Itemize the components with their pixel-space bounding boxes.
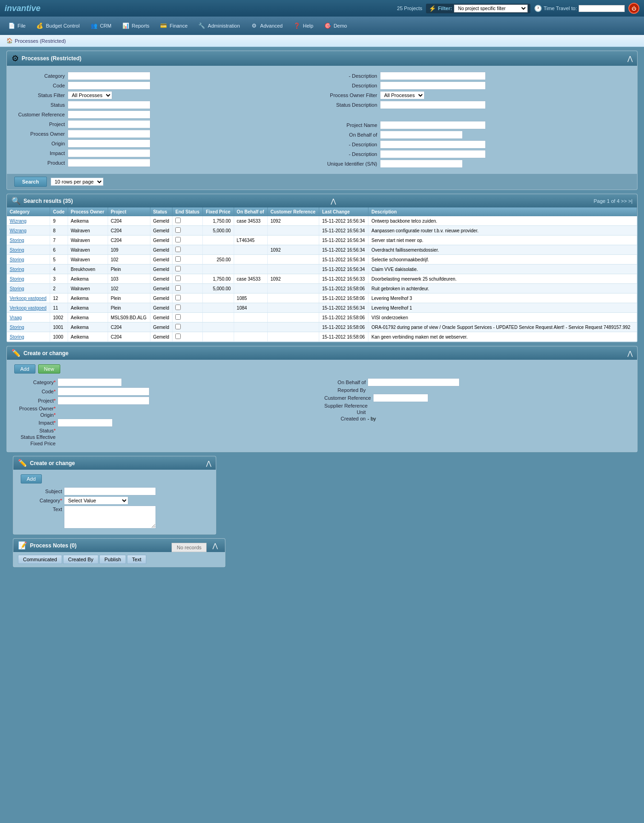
end-status-checkbox[interactable] bbox=[175, 227, 181, 233]
results-collapse-button[interactable]: ⋀ bbox=[331, 197, 336, 205]
search-button[interactable]: Search bbox=[14, 177, 47, 187]
nav-item-administration[interactable]: 🔧 Administration bbox=[193, 20, 245, 32]
create-code-input[interactable] bbox=[58, 387, 150, 396]
create-collapse-button-2[interactable]: ⋀ bbox=[206, 460, 211, 467]
crm-icon: 👥 bbox=[90, 22, 98, 30]
nav-item-demo[interactable]: 🎯 Demo bbox=[319, 20, 351, 32]
create-customer-ref2-input[interactable] bbox=[373, 394, 428, 402]
nav-item-reports[interactable]: 📊 Reports bbox=[117, 20, 154, 32]
status-filter-select[interactable]: All Processes bbox=[68, 91, 112, 99]
code-input[interactable] bbox=[68, 81, 150, 90]
unique-id-input[interactable] bbox=[380, 160, 463, 168]
cell-customer-ref bbox=[268, 332, 319, 342]
origin-desc-input[interactable] bbox=[380, 140, 486, 149]
description-input[interactable] bbox=[380, 72, 486, 80]
nav-item-budget[interactable]: 💰 Budget Control bbox=[31, 20, 84, 32]
project-input[interactable] bbox=[68, 120, 150, 128]
cell-category[interactable]: Verkoop vastgoed bbox=[7, 303, 50, 313]
nav-item-file[interactable]: 📄 File bbox=[3, 20, 30, 32]
cell-owner: Walraven bbox=[68, 226, 108, 236]
origin-desc-label: - Description bbox=[327, 142, 377, 147]
create-project-input[interactable] bbox=[58, 397, 150, 405]
tab-publish[interactable]: Publish bbox=[99, 555, 126, 564]
end-status-checkbox[interactable] bbox=[175, 247, 181, 252]
results-header: 🔍 Search results (35) ⋀ Page 1 of 4 >> >… bbox=[7, 194, 637, 207]
end-status-checkbox[interactable] bbox=[175, 266, 181, 271]
end-status-checkbox[interactable] bbox=[175, 237, 181, 242]
time-travel-input[interactable] bbox=[579, 5, 625, 12]
nav-item-crm[interactable]: 👥 CRM bbox=[85, 20, 116, 32]
pagination[interactable]: Page 1 of 4 >> >| bbox=[593, 198, 632, 204]
end-status-checkbox[interactable] bbox=[175, 295, 181, 300]
collapse-button[interactable]: ⋀ bbox=[627, 55, 632, 62]
cell-category[interactable]: Wizrang bbox=[7, 216, 50, 226]
cell-description: Kan geen verbinding maken met de webserv… bbox=[368, 332, 637, 342]
cell-category[interactable]: Storing bbox=[7, 322, 50, 332]
cell-behalf bbox=[234, 245, 267, 255]
create-row-subject: Subject bbox=[21, 487, 208, 495]
nav-item-advanced[interactable]: ⚙ Advanced bbox=[246, 20, 288, 32]
filter-section: ⚡ Filter: No project specific filter bbox=[426, 4, 530, 13]
description2-input[interactable] bbox=[380, 81, 486, 90]
create-collapse-button-1[interactable]: ⋀ bbox=[627, 350, 632, 357]
create-on-behalf-input[interactable] bbox=[368, 378, 460, 386]
breadcrumb-bar: 🏠 Processes (Restricted) bbox=[0, 35, 644, 47]
cell-fixed-price bbox=[203, 236, 234, 245]
create-row-unit: Unit bbox=[324, 409, 630, 415]
tab-text[interactable]: Text bbox=[127, 555, 146, 564]
cell-code: 1002 bbox=[50, 313, 68, 322]
notes-collapse-button[interactable]: ⋀ bbox=[213, 542, 218, 549]
power-button[interactable]: ⏻ bbox=[628, 3, 639, 14]
cell-category[interactable]: Storing bbox=[7, 284, 50, 294]
end-status-checkbox[interactable] bbox=[175, 256, 181, 262]
end-status-checkbox[interactable] bbox=[175, 218, 181, 223]
cell-category[interactable]: Storing bbox=[7, 236, 50, 245]
form-row-desc: - Description bbox=[327, 72, 630, 80]
cell-category[interactable]: Vraag bbox=[7, 313, 50, 322]
add-button-1[interactable]: Add bbox=[14, 364, 35, 374]
tab-created-by[interactable]: Created By bbox=[63, 555, 98, 564]
impact-desc-input[interactable] bbox=[380, 150, 486, 158]
process-owner-filter-select[interactable]: All Processes bbox=[380, 91, 425, 99]
rows-per-page-select[interactable]: 10 rows per page 25 rows per page 50 row… bbox=[51, 178, 104, 186]
cell-category[interactable]: Storing bbox=[7, 332, 50, 342]
create-subject-input[interactable] bbox=[64, 487, 156, 495]
cell-category[interactable]: Storing bbox=[7, 255, 50, 265]
category-input[interactable] bbox=[68, 72, 150, 80]
project-label: Project bbox=[14, 121, 65, 127]
cell-category[interactable]: Storing bbox=[7, 265, 50, 274]
status-input[interactable] bbox=[68, 101, 150, 109]
end-status-checkbox[interactable] bbox=[175, 276, 181, 281]
new-button-1[interactable]: New bbox=[38, 364, 60, 374]
status-description-input[interactable] bbox=[380, 101, 486, 109]
end-status-checkbox[interactable] bbox=[175, 285, 181, 291]
impact-input[interactable] bbox=[68, 149, 150, 157]
cell-category[interactable]: Wizrang bbox=[7, 226, 50, 236]
nav-item-help[interactable]: ❓ Help bbox=[288, 20, 318, 32]
table-row: Storing 1001 Aeikema C204 Gemeld 15-11-2… bbox=[7, 322, 637, 332]
add-button-2[interactable]: Add bbox=[21, 474, 42, 483]
tab-communicated[interactable]: Communicated bbox=[18, 555, 62, 564]
end-status-checkbox[interactable] bbox=[175, 305, 181, 310]
customer-reference-input[interactable] bbox=[68, 110, 150, 119]
on-behalf-input[interactable] bbox=[380, 131, 463, 139]
create-title-2: Create or change bbox=[30, 460, 75, 466]
notes-tabs: Communicated Created By Publish Text bbox=[13, 552, 225, 567]
nav-item-finance[interactable]: 💳 Finance bbox=[155, 20, 192, 32]
filter-select[interactable]: No project specific filter bbox=[454, 5, 528, 12]
cell-category[interactable]: Verkoop vastgoed bbox=[7, 294, 50, 303]
create-customer-ref-input[interactable] bbox=[58, 419, 113, 427]
cell-category[interactable]: Storing bbox=[7, 245, 50, 255]
create-text-area[interactable] bbox=[64, 506, 156, 529]
project-name-input[interactable] bbox=[380, 121, 486, 129]
product-input[interactable] bbox=[68, 159, 150, 167]
end-status-checkbox[interactable] bbox=[175, 314, 181, 320]
create-category2-select[interactable]: Select Value bbox=[64, 496, 128, 505]
cell-category[interactable]: Storing bbox=[7, 274, 50, 284]
process-owner-input[interactable] bbox=[68, 130, 150, 138]
end-status-checkbox[interactable] bbox=[175, 334, 181, 339]
create-category-input[interactable] bbox=[58, 378, 122, 386]
cell-fixed-price bbox=[203, 332, 234, 342]
origin-input[interactable] bbox=[68, 139, 150, 148]
end-status-checkbox[interactable] bbox=[175, 324, 181, 329]
